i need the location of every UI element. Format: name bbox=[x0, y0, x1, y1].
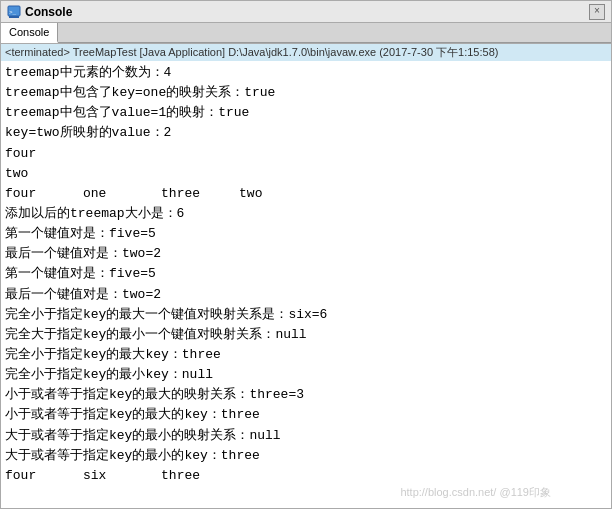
console-body[interactable]: treemap中元素的个数为：4treemap中包含了key=one的映射关系：… bbox=[1, 61, 611, 508]
console-tab[interactable]: Console bbox=[1, 23, 58, 43]
output-line: 完全小于指定key的最大key：three bbox=[5, 345, 607, 365]
output-line: 大于或者等于指定key的最小的映射关系：null bbox=[5, 426, 607, 446]
output-line: 第一个键值对是：five=5 bbox=[5, 264, 607, 284]
tab-bar: Console bbox=[1, 23, 611, 43]
status-bar: <terminated> TreeMapTest [Java Applicati… bbox=[1, 43, 611, 61]
output-line: two bbox=[5, 164, 607, 184]
output-line: four bbox=[5, 144, 607, 164]
svg-text:>_: >_ bbox=[9, 9, 17, 16]
output-line: four six three bbox=[5, 466, 607, 486]
console-tab-label: Console bbox=[9, 26, 49, 38]
output-line: 小于或者等于指定key的最大的映射关系：three=3 bbox=[5, 385, 607, 405]
output-line: 添加以后的treemap大小是：6 bbox=[5, 204, 607, 224]
output-line: four one three two bbox=[5, 184, 607, 204]
output-line: 大于或者等于指定key的最小的key：three bbox=[5, 446, 607, 466]
output-line: treemap中包含了value=1的映射：true bbox=[5, 103, 607, 123]
close-button[interactable]: × bbox=[589, 4, 605, 20]
console-window: >_ Console × Console <terminated> TreeMa… bbox=[0, 0, 612, 509]
console-icon: >_ bbox=[7, 5, 21, 19]
output-line: 完全小于指定key的最大一个键值对映射关系是：six=6 bbox=[5, 305, 607, 325]
title-bar: >_ Console × bbox=[1, 1, 611, 23]
watermark: http://blog.csdn.net/ @119印象 bbox=[400, 485, 551, 500]
window-title: Console bbox=[25, 5, 587, 19]
output-line: 第一个键值对是：five=5 bbox=[5, 224, 607, 244]
output-line: key=two所映射的value：2 bbox=[5, 123, 607, 143]
status-text: <terminated> TreeMapTest [Java Applicati… bbox=[5, 45, 498, 60]
output-line: 完全大于指定key的最小一个键值对映射关系：null bbox=[5, 325, 607, 345]
output-lines: treemap中元素的个数为：4treemap中包含了key=one的映射关系：… bbox=[5, 63, 607, 486]
output-line: 小于或者等于指定key的最大的key：three bbox=[5, 405, 607, 425]
output-line: 最后一个键值对是：two=2 bbox=[5, 244, 607, 264]
output-line: treemap中包含了key=one的映射关系：true bbox=[5, 83, 607, 103]
output-line: treemap中元素的个数为：4 bbox=[5, 63, 607, 83]
output-line: 完全小于指定key的最小key：null bbox=[5, 365, 607, 385]
svg-rect-1 bbox=[9, 16, 19, 18]
output-line: 最后一个键值对是：two=2 bbox=[5, 285, 607, 305]
